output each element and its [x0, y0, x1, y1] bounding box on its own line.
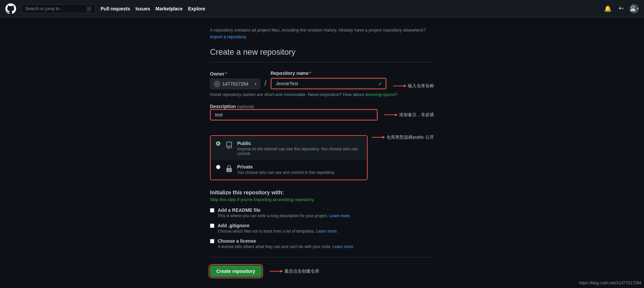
repo-name-input-wrap: ✓ [271, 78, 386, 89]
owner-select[interactable]: 1477017264 ▾ [210, 79, 260, 89]
path-separator: / [263, 79, 268, 89]
nav-issues[interactable]: Issues [136, 6, 150, 11]
public-option[interactable]: Public Anyone on the internet can see th… [211, 137, 367, 160]
init-title: Initialize this repository with: [210, 190, 434, 196]
create-annotation-arrow-icon [270, 268, 283, 275]
private-text: Private You choose who can see and commi… [237, 164, 335, 175]
page-title: Create a new repository [210, 47, 434, 62]
owner-chevron-icon: ▾ [255, 82, 257, 86]
readme-option: Add a README file This is where you can … [210, 207, 434, 218]
license-text: Choose a license A license tells others … [218, 238, 354, 249]
search-placeholder: Search or jump to... [25, 6, 87, 11]
description-input-wrap [210, 109, 378, 121]
plus-icon: + [618, 5, 622, 12]
visibility-row: Public Anyone on the internet can see th… [210, 129, 434, 180]
main-content: A repository contains all project files,… [0, 17, 644, 288]
repo-name-group: Repository name* ✓ [271, 70, 386, 89]
search-bar[interactable]: Search or jump to... / [21, 4, 95, 13]
notifications-button[interactable]: 🔔 [603, 4, 613, 14]
private-option[interactable]: Private You choose who can see and commi… [211, 160, 367, 179]
readme-text: Add a README file This is where you can … [218, 207, 351, 218]
repo-name-input[interactable] [271, 79, 386, 89]
repo-name-annotation: 输入仓库名称 [393, 83, 434, 89]
visibility-annotation: 仓库类型选择public 公开 [372, 134, 434, 141]
import-link[interactable]: Import a repository. [210, 34, 247, 39]
owner-repo-row: Owner* 1477017264 ▾ / Repository name* [210, 70, 434, 89]
private-radio[interactable] [216, 165, 220, 169]
owner-label: Owner* [210, 71, 260, 77]
info-description: A repository contains all project files,… [210, 28, 434, 33]
init-section: Initialize this repository with: Skip th… [210, 190, 434, 249]
create-annotation: 最后点击创建仓库 [270, 268, 319, 275]
search-kbd: / [87, 6, 92, 11]
private-icon [224, 164, 234, 174]
description-section: Description (optional) 添加备注，非必填 [210, 104, 434, 121]
visibility-annotation-arrow-icon [372, 134, 385, 141]
svg-marker-3 [395, 113, 398, 116]
owner-avatar-icon [214, 81, 220, 87]
license-learn-link[interactable]: Learn more. [333, 244, 355, 249]
readme-checkbox[interactable] [210, 208, 214, 212]
owner-value: 1477017264 [222, 81, 249, 87]
license-checkbox[interactable] [210, 239, 214, 243]
visibility-section: Public Anyone on the internet can see th… [210, 129, 434, 180]
page-content: A repository contains all project files,… [205, 28, 439, 277]
public-text: Public Anyone on the internet can see th… [237, 141, 362, 156]
description-row: 添加备注，非必填 [210, 109, 434, 121]
init-subtitle: Skip this step if you're importing an ex… [210, 197, 434, 202]
nav-pull-requests[interactable]: Pull requests [101, 6, 130, 11]
main-header: Search or jump to... / Pull requests Iss… [0, 0, 644, 17]
nav-marketplace[interactable]: Marketplace [156, 6, 183, 11]
avatar[interactable]: ▾ [629, 4, 639, 13]
suggestion-text: Great repository names are short and mem… [210, 92, 434, 97]
submit-row: Create repository 最后点击创建仓库 [210, 266, 434, 277]
nav-explore[interactable]: Explore [188, 6, 205, 11]
owner-repo-section: Owner* 1477017264 ▾ / Repository name* [210, 70, 434, 97]
github-logo[interactable] [5, 3, 16, 14]
description-input[interactable] [211, 110, 377, 120]
readme-learn-link[interactable]: Learn more. [329, 213, 351, 218]
description-label: Description (optional) [210, 104, 254, 109]
valid-checkmark-icon: ✓ [378, 81, 382, 87]
csdn-watermark: https://blog.csdn.net/X1477017264 [579, 281, 641, 285]
plus-chevron-icon: ▾ [622, 6, 624, 11]
header-right: 🔔 + ▾ ▾ [603, 4, 639, 14]
annotation-arrow-icon [393, 83, 407, 89]
description-annotation-arrow-icon [384, 111, 398, 118]
create-new-button[interactable]: + ▾ [617, 4, 625, 13]
gitignore-text: Add .gitignore Choose which files not to… [218, 223, 338, 234]
gitignore-option: Add .gitignore Choose which files not to… [210, 223, 434, 234]
gitignore-learn-link[interactable]: Learn more. [316, 229, 338, 234]
svg-marker-5 [382, 136, 385, 139]
public-radio[interactable] [216, 141, 220, 146]
create-repository-button[interactable]: Create repository [210, 266, 262, 277]
owner-group: Owner* 1477017264 ▾ [210, 71, 260, 89]
gitignore-checkbox[interactable] [210, 224, 214, 228]
avatar-chevron-icon: ▾ [637, 7, 639, 10]
divider [210, 257, 434, 257]
suggestion-link[interactable]: stunning-spoon [365, 92, 395, 97]
svg-marker-7 [280, 270, 283, 273]
license-option: Choose a license A license tells others … [210, 238, 434, 249]
repo-name-label: Repository name* [271, 70, 386, 76]
visibility-options: Public Anyone on the internet can see th… [210, 135, 368, 180]
public-icon [224, 141, 234, 150]
main-nav: Pull requests Issues Marketplace Explore [101, 6, 205, 11]
description-annotation: 添加备注，非必填 [384, 111, 434, 118]
svg-marker-1 [404, 85, 407, 87]
